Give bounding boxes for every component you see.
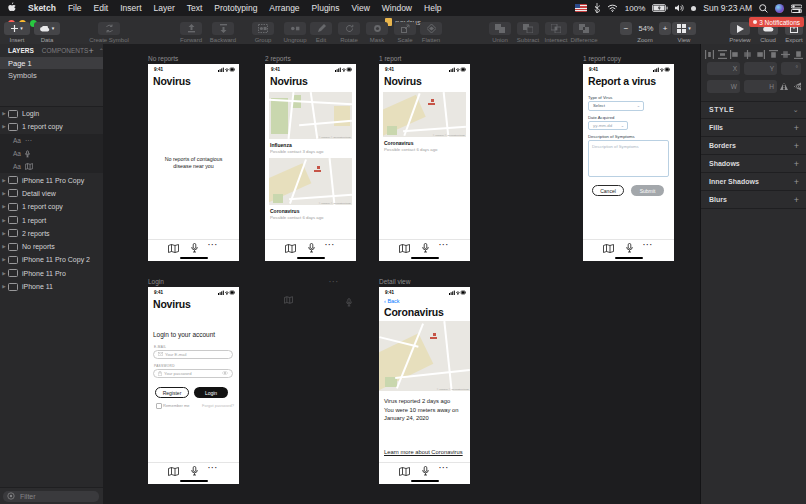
inner-shadows-section[interactable]: Inner Shadows+ — [709, 174, 799, 189]
tab-components[interactable]: COMPONENTS — [42, 47, 89, 54]
app-title[interactable]: Novirus — [153, 298, 191, 310]
height-field[interactable]: H — [744, 80, 777, 93]
scale-button[interactable] — [394, 22, 416, 35]
more-tab-icon[interactable]: ··· — [439, 464, 449, 471]
more-tab-icon[interactable]: ··· — [208, 464, 218, 471]
layer-row-iphone11-pro-copy[interactable]: ▶iPhone 11 Pro Copy — [0, 173, 103, 186]
artboard-label[interactable]: 1 report copy — [583, 55, 621, 62]
data-button[interactable]: ▾ — [34, 22, 60, 35]
loose-ellipsis-layer[interactable]: ··· — [329, 278, 339, 285]
distribute-vertically-icon[interactable] — [718, 50, 727, 59]
bluetooth-icon[interactable] — [594, 3, 600, 13]
map-tab-icon[interactable] — [603, 244, 614, 253]
disclosure-triangle-icon[interactable]: ▶ — [0, 111, 8, 116]
add-page-button[interactable]: + — [88, 46, 93, 56]
disclosure-triangle-icon[interactable]: ▶ — [0, 257, 8, 262]
wifi-icon[interactable] — [607, 4, 618, 12]
align-middle-vertical-icon[interactable] — [781, 50, 790, 59]
remember-me-checkbox[interactable] — [156, 403, 162, 409]
layer-row-iphone11-pro-copy-2[interactable]: ▶iPhone 11 Pro Copy 2 — [0, 253, 103, 266]
zoom-out-button[interactable]: − — [620, 22, 632, 35]
more-tab-icon[interactable]: ··· — [325, 241, 335, 248]
align-top-icon[interactable] — [769, 50, 778, 59]
add-border-button[interactable]: + — [794, 141, 799, 151]
x-position-field[interactable]: X — [707, 62, 740, 75]
layer-row-detail-view[interactable]: ▶Detail view — [0, 187, 103, 200]
zoom-level-value[interactable]: 54% — [634, 22, 658, 35]
report-meta[interactable]: Possible contact 6 days ago — [270, 215, 324, 220]
disclosure-triangle-icon[interactable]: ▶ — [0, 271, 8, 276]
mic-tab-icon[interactable] — [626, 243, 633, 253]
menu-item-file[interactable]: File — [68, 3, 82, 13]
rotation-field[interactable]: ° — [781, 62, 801, 75]
layer-row-no-reports[interactable]: ▶No reports — [0, 240, 103, 253]
remember-me-label[interactable]: Remember me — [163, 403, 189, 408]
report-name[interactable]: Influenza — [270, 142, 292, 148]
notifications-badge[interactable]: 3 Notifications — [749, 17, 804, 27]
empty-state-text[interactable]: No reports of contagious disease near yo… — [156, 156, 231, 170]
flip-horizontal-button[interactable] — [779, 80, 790, 93]
filter-input[interactable] — [18, 492, 92, 501]
login-button[interactable]: Login — [194, 387, 228, 398]
battery-icon[interactable] — [652, 4, 668, 12]
report-map-coronavirus[interactable]: © Mapbox © OpenStreetMap — [383, 92, 466, 137]
borders-section[interactable]: Borders+ — [709, 138, 799, 153]
submit-button[interactable]: Submit — [631, 185, 664, 196]
map-tab-icon[interactable] — [285, 244, 296, 253]
union-button[interactable] — [489, 22, 511, 35]
artboard-label[interactable]: 1 report — [379, 55, 401, 62]
align-left-icon[interactable] — [730, 50, 739, 59]
preview-button[interactable] — [730, 22, 750, 35]
create-symbol-button[interactable] — [98, 22, 120, 35]
zoom-in-button[interactable]: + — [659, 22, 671, 35]
cancel-button[interactable]: Cancel — [592, 185, 624, 196]
align-center-horizontal-icon[interactable] — [743, 50, 752, 59]
back-button[interactable]: ‹ Back — [384, 298, 400, 304]
more-tab-icon[interactable]: ··· — [439, 241, 449, 248]
intersect-button[interactable] — [545, 22, 567, 35]
app-title[interactable]: Novirus — [153, 75, 191, 87]
page-title[interactable]: Coronavirus — [384, 306, 444, 318]
disclosure-triangle-icon[interactable]: ▶ — [0, 284, 8, 289]
layer-row-1-report[interactable]: ▶1 report — [0, 213, 103, 226]
spotlight-search-icon[interactable] — [759, 4, 768, 13]
shadows-section[interactable]: Shadows+ — [709, 156, 799, 171]
detail-body-text[interactable]: Virus reported 2 days ago You were 10 me… — [384, 397, 459, 423]
detail-map[interactable]: © Mapbox © OpenStreetMap — [379, 321, 470, 391]
add-inner-shadow-button[interactable]: + — [794, 177, 799, 187]
page-title[interactable]: Report a virus — [588, 75, 656, 87]
siri-icon[interactable] — [775, 4, 784, 13]
more-tab-icon[interactable]: ··· — [208, 241, 218, 248]
mic-tab-icon[interactable] — [191, 243, 198, 253]
menu-bar-clock[interactable]: Sun 9:23 AM — [703, 3, 752, 13]
flatten-button[interactable] — [420, 22, 442, 35]
forward-button[interactable] — [180, 22, 202, 35]
virus-type-select[interactable]: Select⌄ — [588, 101, 644, 111]
disclosure-triangle-icon[interactable]: ▶ — [0, 218, 8, 223]
disclosure-triangle-icon[interactable]: ▶ — [0, 244, 8, 249]
distribute-horizontally-icon[interactable] — [705, 50, 714, 59]
menu-item-insert[interactable]: Insert — [120, 3, 141, 13]
disclosure-triangle-icon[interactable]: ▶ — [0, 204, 8, 209]
menu-item-plugins[interactable]: Plugins — [312, 3, 340, 13]
menu-item-prototyping[interactable]: Prototyping — [214, 3, 257, 13]
layer-row-login[interactable]: ▶Login — [0, 107, 103, 120]
menu-item-arrange[interactable]: Arrange — [269, 3, 299, 13]
menu-item-window[interactable]: Window — [382, 3, 412, 13]
insert-button[interactable]: ▾ — [4, 22, 30, 35]
disclosure-triangle-icon[interactable]: ▶ — [0, 178, 8, 183]
page-item-page1[interactable]: Page 1 — [0, 57, 103, 69]
add-fill-button[interactable]: + — [794, 123, 799, 133]
loose-mic-layer[interactable] — [346, 298, 352, 307]
password-input[interactable]: Your password — [153, 369, 233, 379]
add-blur-button[interactable]: + — [794, 195, 799, 205]
layer-filter-field[interactable] — [3, 491, 99, 502]
layer-row-text-ellipsis[interactable]: Aa··· — [0, 134, 103, 147]
artboard-no-reports[interactable]: No reports 9:41 Novirus No reports of co… — [148, 64, 239, 261]
menu-item-help[interactable]: Help — [424, 3, 441, 13]
menu-item-sketch[interactable]: Sketch — [28, 3, 56, 13]
layer-row-text-map[interactable]: Aa — [0, 160, 103, 173]
show-password-eye-icon[interactable] — [222, 371, 228, 375]
mic-tab-icon[interactable] — [191, 466, 198, 476]
menu-item-text[interactable]: Text — [187, 3, 203, 13]
